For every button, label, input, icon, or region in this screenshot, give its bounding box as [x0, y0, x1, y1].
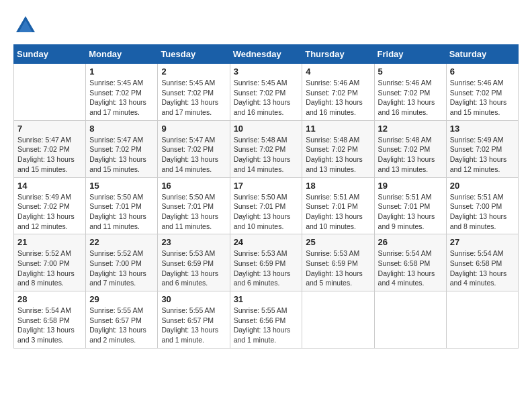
day-number: 9 — [161, 124, 226, 134]
day-number: 11 — [306, 124, 370, 134]
calendar-cell: 10Sunrise: 5:48 AM Sunset: 7:02 PM Dayli… — [230, 120, 302, 177]
calendar-cell — [14, 64, 86, 121]
day-number: 8 — [89, 124, 154, 134]
day-info: Sunrise: 5:55 AM Sunset: 6:57 PM Dayligh… — [89, 306, 154, 345]
day-number: 1 — [89, 66, 154, 77]
header-monday: Monday — [86, 45, 158, 64]
day-info: Sunrise: 5:48 AM Sunset: 7:02 PM Dayligh… — [306, 135, 370, 175]
day-number: 30 — [161, 294, 226, 304]
day-number: 20 — [450, 181, 515, 191]
day-number: 4 — [306, 66, 370, 77]
day-info: Sunrise: 5:55 AM Sunset: 6:57 PM Dayligh… — [161, 306, 226, 345]
calendar-cell: 25Sunrise: 5:53 AM Sunset: 6:59 PM Dayli… — [302, 234, 374, 291]
day-info: Sunrise: 5:45 AM Sunset: 7:02 PM Dayligh… — [161, 78, 226, 118]
calendar-header-row: SundayMondayTuesdayWednesdayThursdayFrid… — [14, 45, 519, 64]
day-number: 13 — [450, 124, 515, 134]
calendar-cell — [374, 291, 446, 349]
calendar-cell: 5Sunrise: 5:46 AM Sunset: 7:02 PM Daylig… — [374, 64, 446, 121]
day-info: Sunrise: 5:45 AM Sunset: 7:02 PM Dayligh… — [234, 78, 299, 118]
day-info: Sunrise: 5:47 AM Sunset: 7:02 PM Dayligh… — [89, 135, 154, 175]
calendar-cell: 16Sunrise: 5:50 AM Sunset: 7:01 PM Dayli… — [158, 177, 230, 234]
calendar-cell: 23Sunrise: 5:53 AM Sunset: 6:59 PM Dayli… — [158, 234, 230, 291]
calendar-cell — [302, 291, 374, 349]
day-number: 16 — [161, 181, 226, 191]
calendar-cell: 8Sunrise: 5:47 AM Sunset: 7:02 PM Daylig… — [86, 120, 158, 177]
day-number: 18 — [306, 181, 370, 191]
calendar-cell: 1Sunrise: 5:45 AM Sunset: 7:02 PM Daylig… — [86, 64, 158, 121]
calendar-cell: 19Sunrise: 5:51 AM Sunset: 7:01 PM Dayli… — [374, 177, 446, 234]
day-info: Sunrise: 5:54 AM Sunset: 6:58 PM Dayligh… — [450, 248, 515, 288]
day-info: Sunrise: 5:54 AM Sunset: 6:58 PM Dayligh… — [17, 306, 82, 345]
calendar-week-3: 14Sunrise: 5:49 AM Sunset: 7:02 PM Dayli… — [14, 177, 519, 234]
calendar-week-2: 7Sunrise: 5:47 AM Sunset: 7:02 PM Daylig… — [14, 120, 519, 177]
day-info: Sunrise: 5:46 AM Sunset: 7:02 PM Dayligh… — [378, 78, 443, 118]
day-info: Sunrise: 5:48 AM Sunset: 7:02 PM Dayligh… — [378, 135, 443, 175]
day-number: 27 — [450, 237, 515, 247]
calendar-week-1: 1Sunrise: 5:45 AM Sunset: 7:02 PM Daylig… — [14, 64, 519, 121]
day-number: 25 — [306, 237, 370, 247]
calendar-cell: 27Sunrise: 5:54 AM Sunset: 6:58 PM Dayli… — [446, 234, 518, 291]
day-info: Sunrise: 5:47 AM Sunset: 7:02 PM Dayligh… — [161, 135, 226, 175]
day-number: 15 — [89, 181, 154, 191]
day-info: Sunrise: 5:51 AM Sunset: 7:00 PM Dayligh… — [450, 192, 515, 232]
day-number: 3 — [234, 66, 299, 77]
day-number: 31 — [234, 294, 299, 304]
calendar-cell: 20Sunrise: 5:51 AM Sunset: 7:00 PM Dayli… — [446, 177, 518, 234]
calendar-cell: 18Sunrise: 5:51 AM Sunset: 7:01 PM Dayli… — [302, 177, 374, 234]
day-number: 24 — [234, 237, 299, 247]
calendar-table: SundayMondayTuesdayWednesdayThursdayFrid… — [13, 44, 519, 349]
calendar-cell: 9Sunrise: 5:47 AM Sunset: 7:02 PM Daylig… — [158, 120, 230, 177]
day-number: 28 — [17, 294, 82, 304]
day-info: Sunrise: 5:45 AM Sunset: 7:02 PM Dayligh… — [89, 78, 154, 118]
day-info: Sunrise: 5:50 AM Sunset: 7:01 PM Dayligh… — [161, 192, 226, 232]
day-info: Sunrise: 5:55 AM Sunset: 6:56 PM Dayligh… — [234, 306, 299, 345]
day-number: 7 — [17, 124, 82, 134]
day-number: 19 — [378, 181, 443, 191]
calendar-cell: 4Sunrise: 5:46 AM Sunset: 7:02 PM Daylig… — [302, 64, 374, 121]
calendar-cell: 7Sunrise: 5:47 AM Sunset: 7:02 PM Daylig… — [14, 120, 86, 177]
calendar-week-5: 28Sunrise: 5:54 AM Sunset: 6:58 PM Dayli… — [14, 291, 519, 349]
header-sunday: Sunday — [14, 45, 86, 64]
calendar-cell: 21Sunrise: 5:52 AM Sunset: 7:00 PM Dayli… — [14, 234, 86, 291]
day-number: 6 — [450, 66, 515, 77]
calendar-cell: 6Sunrise: 5:46 AM Sunset: 7:02 PM Daylig… — [446, 64, 518, 121]
day-info: Sunrise: 5:49 AM Sunset: 7:02 PM Dayligh… — [17, 192, 82, 232]
day-number: 23 — [161, 237, 226, 247]
header-wednesday: Wednesday — [230, 45, 302, 64]
day-info: Sunrise: 5:51 AM Sunset: 7:01 PM Dayligh… — [306, 192, 370, 232]
header-saturday: Saturday — [446, 45, 518, 64]
calendar-cell: 31Sunrise: 5:55 AM Sunset: 6:56 PM Dayli… — [230, 291, 302, 349]
day-info: Sunrise: 5:47 AM Sunset: 7:02 PM Dayligh… — [17, 135, 82, 175]
day-info: Sunrise: 5:54 AM Sunset: 6:58 PM Dayligh… — [378, 248, 443, 288]
calendar-cell: 26Sunrise: 5:54 AM Sunset: 6:58 PM Dayli… — [374, 234, 446, 291]
calendar-week-4: 21Sunrise: 5:52 AM Sunset: 7:00 PM Dayli… — [14, 234, 519, 291]
day-number: 2 — [161, 66, 226, 77]
calendar-cell: 15Sunrise: 5:50 AM Sunset: 7:01 PM Dayli… — [86, 177, 158, 234]
calendar-cell: 12Sunrise: 5:48 AM Sunset: 7:02 PM Dayli… — [374, 120, 446, 177]
calendar-cell: 29Sunrise: 5:55 AM Sunset: 6:57 PM Dayli… — [86, 291, 158, 349]
day-info: Sunrise: 5:53 AM Sunset: 6:59 PM Dayligh… — [234, 248, 299, 288]
calendar-cell: 17Sunrise: 5:50 AM Sunset: 7:01 PM Dayli… — [230, 177, 302, 234]
day-info: Sunrise: 5:46 AM Sunset: 7:02 PM Dayligh… — [450, 78, 515, 118]
day-info: Sunrise: 5:53 AM Sunset: 6:59 PM Dayligh… — [306, 248, 370, 288]
calendar-cell — [446, 291, 518, 349]
day-number: 29 — [89, 294, 154, 304]
page-header — [13, 13, 519, 38]
calendar-cell: 13Sunrise: 5:49 AM Sunset: 7:02 PM Dayli… — [446, 120, 518, 177]
calendar-cell: 24Sunrise: 5:53 AM Sunset: 6:59 PM Dayli… — [230, 234, 302, 291]
day-number: 14 — [17, 181, 82, 191]
calendar-cell: 30Sunrise: 5:55 AM Sunset: 6:57 PM Dayli… — [158, 291, 230, 349]
day-info: Sunrise: 5:46 AM Sunset: 7:02 PM Dayligh… — [306, 78, 370, 118]
logo-icon — [13, 13, 38, 38]
day-number: 10 — [234, 124, 299, 134]
day-info: Sunrise: 5:50 AM Sunset: 7:01 PM Dayligh… — [89, 192, 154, 232]
calendar-cell: 2Sunrise: 5:45 AM Sunset: 7:02 PM Daylig… — [158, 64, 230, 121]
day-number: 17 — [234, 181, 299, 191]
header-tuesday: Tuesday — [158, 45, 230, 64]
day-number: 12 — [378, 124, 443, 134]
day-info: Sunrise: 5:53 AM Sunset: 6:59 PM Dayligh… — [161, 248, 226, 288]
day-info: Sunrise: 5:51 AM Sunset: 7:01 PM Dayligh… — [378, 192, 443, 232]
day-info: Sunrise: 5:50 AM Sunset: 7:01 PM Dayligh… — [234, 192, 299, 232]
day-number: 22 — [89, 237, 154, 247]
logo — [13, 13, 42, 38]
